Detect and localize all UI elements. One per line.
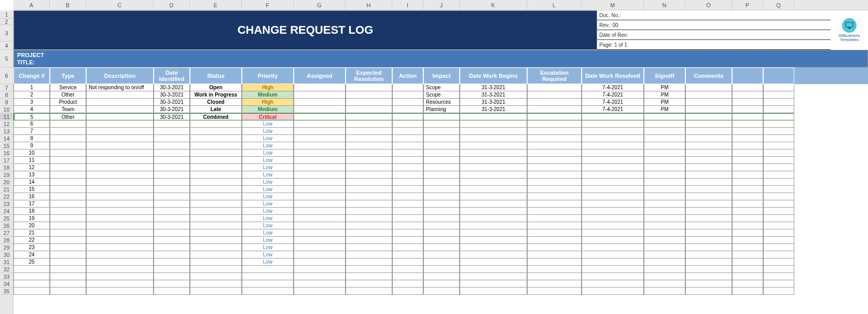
cell[interactable] bbox=[460, 280, 527, 288]
cell[interactable]: Low bbox=[242, 135, 294, 142]
header-status[interactable]: Status bbox=[190, 67, 242, 84]
cell[interactable] bbox=[190, 142, 242, 149]
cell[interactable] bbox=[423, 142, 460, 149]
cell[interactable]: 30-3-2021 bbox=[154, 113, 190, 120]
cell[interactable] bbox=[392, 222, 423, 229]
cell[interactable] bbox=[423, 135, 460, 142]
cell[interactable] bbox=[582, 251, 644, 258]
header-assigned[interactable]: Assigned bbox=[294, 67, 346, 84]
cell[interactable] bbox=[190, 193, 242, 200]
cell[interactable] bbox=[50, 120, 86, 128]
cell[interactable] bbox=[294, 266, 346, 273]
cell[interactable] bbox=[154, 193, 190, 200]
header-change-[interactable]: Change # bbox=[13, 67, 50, 84]
cell[interactable] bbox=[423, 120, 460, 128]
row-header-12[interactable]: 12 bbox=[0, 120, 13, 128]
cell[interactable] bbox=[527, 229, 582, 237]
cell[interactable] bbox=[392, 149, 423, 157]
cell[interactable] bbox=[294, 179, 346, 186]
cell[interactable] bbox=[294, 157, 346, 164]
cell[interactable]: Service bbox=[50, 84, 86, 91]
cell[interactable] bbox=[190, 288, 242, 295]
col-header-L[interactable]: L bbox=[527, 0, 582, 10]
cell[interactable] bbox=[346, 208, 392, 215]
cell[interactable] bbox=[685, 84, 732, 91]
cell[interactable] bbox=[294, 222, 346, 229]
cell[interactable] bbox=[685, 128, 732, 135]
cell[interactable] bbox=[582, 200, 644, 208]
cell[interactable] bbox=[50, 135, 86, 142]
table-row[interactable] bbox=[13, 280, 868, 288]
cell[interactable] bbox=[527, 157, 582, 164]
cell[interactable] bbox=[423, 222, 460, 229]
cell[interactable] bbox=[86, 128, 154, 135]
cell[interactable]: PM bbox=[644, 84, 685, 91]
cell[interactable]: Low bbox=[242, 164, 294, 171]
cell[interactable] bbox=[154, 135, 190, 142]
cell[interactable]: 20 bbox=[13, 222, 50, 229]
col-header-F[interactable]: F bbox=[242, 0, 294, 10]
cell[interactable] bbox=[685, 164, 732, 171]
cell[interactable] bbox=[86, 288, 154, 295]
row-header-2[interactable]: 2 bbox=[0, 19, 13, 25]
cell[interactable] bbox=[50, 200, 86, 208]
cell[interactable]: Low bbox=[242, 258, 294, 266]
cell[interactable] bbox=[644, 186, 685, 193]
table-row[interactable]: 1ServiceNot responding to on/off30-3-202… bbox=[13, 84, 868, 91]
cell[interactable] bbox=[392, 142, 423, 149]
cell[interactable] bbox=[86, 157, 154, 164]
cell[interactable] bbox=[50, 186, 86, 193]
cell[interactable] bbox=[644, 113, 685, 120]
cell[interactable] bbox=[154, 280, 190, 288]
cell[interactable] bbox=[50, 266, 86, 273]
table-row[interactable]: 19Low bbox=[13, 215, 868, 222]
cell[interactable] bbox=[763, 84, 794, 91]
cell[interactable] bbox=[763, 244, 794, 251]
cell[interactable] bbox=[154, 200, 190, 208]
cell[interactable] bbox=[732, 99, 763, 106]
cell[interactable] bbox=[732, 288, 763, 295]
cell[interactable] bbox=[685, 280, 732, 288]
cell[interactable] bbox=[763, 280, 794, 288]
cell[interactable] bbox=[86, 106, 154, 113]
cell[interactable]: 24 bbox=[13, 251, 50, 258]
cell[interactable] bbox=[460, 215, 527, 222]
cell[interactable] bbox=[732, 186, 763, 193]
cell[interactable]: 7-4-2021 bbox=[582, 91, 644, 99]
cell[interactable] bbox=[190, 222, 242, 229]
cell[interactable]: 13 bbox=[13, 171, 50, 179]
cell[interactable] bbox=[763, 266, 794, 273]
cell[interactable] bbox=[154, 157, 190, 164]
cell[interactable] bbox=[392, 120, 423, 128]
cell[interactable] bbox=[423, 229, 460, 237]
cell[interactable] bbox=[527, 171, 582, 179]
cell[interactable] bbox=[685, 258, 732, 266]
row-header-20[interactable]: 20 bbox=[0, 179, 13, 186]
table-row[interactable]: 3Product30-3-2021ClosedHighResources31-3… bbox=[13, 99, 868, 106]
cell[interactable] bbox=[294, 208, 346, 215]
cell[interactable] bbox=[86, 193, 154, 200]
cell[interactable]: 7 bbox=[13, 128, 50, 135]
cell[interactable] bbox=[154, 120, 190, 128]
cell[interactable] bbox=[644, 128, 685, 135]
table-row[interactable] bbox=[13, 288, 868, 295]
cell[interactable] bbox=[346, 215, 392, 222]
col-header-N[interactable]: N bbox=[644, 0, 685, 10]
cell[interactable] bbox=[763, 128, 794, 135]
cell[interactable] bbox=[644, 273, 685, 280]
cell[interactable] bbox=[392, 251, 423, 258]
cell[interactable] bbox=[527, 193, 582, 200]
header-signoff[interactable]: Signoff bbox=[644, 67, 685, 84]
cell[interactable]: 21 bbox=[13, 229, 50, 237]
table-row[interactable]: 9Low bbox=[13, 142, 868, 149]
meta-rev[interactable]: Rev.: 00 bbox=[597, 20, 831, 30]
cell[interactable] bbox=[582, 266, 644, 273]
cell[interactable] bbox=[86, 91, 154, 99]
table-row[interactable]: 7Low bbox=[13, 128, 868, 135]
cell[interactable] bbox=[582, 142, 644, 149]
cell[interactable] bbox=[294, 229, 346, 237]
cell[interactable] bbox=[86, 113, 154, 120]
cell[interactable] bbox=[460, 157, 527, 164]
cell[interactable] bbox=[644, 215, 685, 222]
cell[interactable] bbox=[13, 273, 50, 280]
